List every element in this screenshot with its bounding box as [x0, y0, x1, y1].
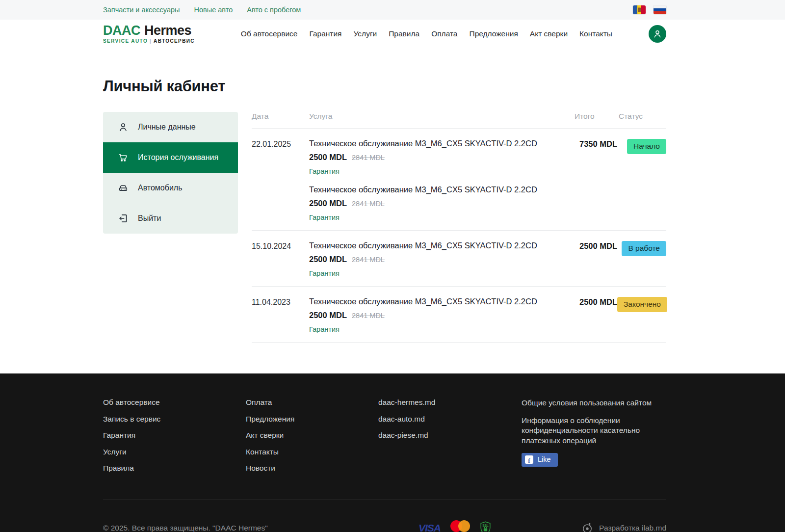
footer-column-2: Оплата Предложения Акт сверки Контакты Н… [246, 399, 378, 481]
service-price: 2500 MDL [309, 255, 347, 264]
topbar-link-parts[interactable]: Запчасти и аксессуары [103, 6, 180, 14]
footer-link-about[interactable]: Об автосервисе [103, 399, 160, 406]
order-date: 15.10.2024 [252, 241, 309, 251]
cart-icon [118, 152, 129, 163]
status-badge: В работе [622, 241, 666, 256]
service-name: Техническое обслуживание M3_M6_CX5 SKYAC… [309, 139, 568, 148]
logo-brand: DAAC [103, 23, 140, 38]
logo-tagline-separator: | [150, 38, 152, 44]
payment-methods: VISA mastercard SSL [419, 520, 491, 532]
service-price: 2500 MDL [309, 199, 347, 208]
table-header-row: Дата Услуга Итого Статус [252, 112, 666, 128]
visa-icon: VISA [419, 522, 441, 532]
footer-column-3: daac-hermes.md daac-auto.md daac-piese.m… [378, 399, 522, 481]
sidebar-item-logout[interactable]: Выйти [103, 203, 238, 234]
sidebar-item-personal-data[interactable]: Личные данные [103, 112, 238, 142]
nav-contacts[interactable]: Контакты [579, 29, 612, 38]
footer-link-terms[interactable]: Общие условия пользования сайтом [522, 399, 652, 408]
developer-label: Разработка ilab.md [599, 524, 666, 532]
logo-name: Hermes [144, 23, 191, 38]
footer-link-daac-piese[interactable]: daac-piese.md [378, 431, 428, 439]
footer-link-offers[interactable]: Предложения [246, 415, 294, 423]
nav-rules[interactable]: Правила [389, 29, 419, 38]
sidebar-item-car[interactable]: Автомобиль [103, 173, 238, 203]
logo-tagline-right: АВТОСЕРВИС [154, 38, 195, 44]
nav-services[interactable]: Услуги [354, 29, 377, 38]
table-row: 15.10.2024 Техническое обслуживание M3_M… [252, 230, 666, 286]
logo[interactable]: DAACHermes SERVICE AUTO|АВТОСЕРВИС [103, 24, 195, 44]
facebook-like-button[interactable]: f Like [522, 453, 558, 467]
mastercard-icon: mastercard [450, 520, 470, 532]
nav-payment[interactable]: Оплата [431, 29, 457, 38]
nav-warranty[interactable]: Гарантия [309, 29, 341, 38]
account-avatar-button[interactable] [649, 25, 666, 43]
service-old-price: 2841 MDL [352, 256, 385, 264]
topbar-links: Запчасти и аксессуары Новые авто Авто с … [103, 6, 301, 14]
footer-link-news[interactable]: Новости [246, 464, 275, 472]
copyright-text: © 2025. Все права защищены. "DAAC Hermes… [103, 524, 268, 532]
warranty-link[interactable]: Гарантия [309, 269, 340, 277]
footer-column-4: Общие условия пользования сайтом Информа… [522, 399, 666, 481]
service-history-table: Дата Услуга Итого Статус 22.01.2025 Техн… [252, 112, 666, 343]
service-item: Техническое обслуживание M3_M6_CX5 SKYAC… [309, 139, 568, 176]
service-name: Техническое обслуживание M3_M6_CX5 SKYAC… [309, 185, 568, 194]
warranty-link[interactable]: Гарантия [309, 325, 340, 333]
table-row: 22.01.2025 Техническое обслуживание M3_M… [252, 128, 666, 230]
footer: Об автосервисе Запись в сервис Гарантия … [0, 373, 785, 532]
table-row: 11.04.2023 Техническое обслуживание M3_M… [252, 286, 666, 343]
service-old-price: 2841 MDL [352, 200, 385, 208]
service-item: Техническое обслуживание M3_M6_CX5 SKYAC… [309, 297, 568, 334]
account-sidebar: Личные данные История ослуживания Автомо… [103, 112, 238, 234]
service-price: 2500 MDL [309, 311, 347, 320]
user-icon [118, 122, 129, 133]
topbar-link-new-cars[interactable]: Новые авто [194, 6, 233, 14]
footer-link-daac-hermes[interactable]: daac-hermes.md [378, 399, 435, 406]
user-icon [653, 29, 662, 39]
warranty-link[interactable]: Гарантия [309, 213, 340, 221]
footer-link-warranty[interactable]: Гарантия [103, 431, 135, 439]
warranty-link[interactable]: Гарантия [309, 167, 340, 175]
status-badge: Начало [627, 139, 666, 154]
footer-link-service-booking[interactable]: Запись в сервис [103, 415, 160, 423]
sidebar-item-label: История ослуживания [138, 153, 218, 162]
sidebar-item-service-history[interactable]: История ослуживания [103, 142, 238, 173]
col-header-service: Услуга [309, 112, 568, 121]
footer-link-services[interactable]: Услуги [103, 448, 127, 456]
language-switcher [633, 5, 666, 14]
logo-tagline-left: SERVICE AUTO [103, 38, 148, 44]
service-item: Техническое обслуживание M3_M6_CX5 SKYAC… [309, 241, 568, 278]
col-header-status: Статус [617, 112, 666, 121]
order-date: 11.04.2023 [252, 297, 309, 307]
footer-link-privacy[interactable]: Информация о соблюдении конфиденциальнос… [522, 416, 666, 446]
topbar: Запчасти и аксессуары Новые авто Авто с … [0, 0, 785, 20]
col-header-total: Итого [568, 112, 617, 121]
nav-about[interactable]: Об автосервисе [241, 29, 298, 38]
service-price: 2500 MDL [309, 153, 347, 162]
service-name: Техническое обслуживание M3_M6_CX5 SKYAC… [309, 241, 568, 250]
order-total: 2500 MDL [568, 241, 617, 251]
order-total: 2500 MDL [568, 297, 617, 307]
main-content: Личный кабинет Личные данные История осл… [0, 48, 785, 373]
order-total: 7350 MDL [568, 139, 617, 149]
developer-credit[interactable]: Разработка ilab.md [581, 522, 666, 532]
nav-offers[interactable]: Предложения [469, 29, 518, 38]
facebook-icon: f [525, 455, 533, 464]
footer-link-payment[interactable]: Оплата [246, 399, 272, 406]
nav-reconciliation[interactable]: Акт сверки [530, 29, 568, 38]
service-old-price: 2841 MDL [352, 154, 385, 161]
service-name: Техническое обслуживание M3_M6_CX5 SKYAC… [309, 297, 568, 306]
moldova-flag-icon[interactable] [633, 5, 646, 14]
col-header-date: Дата [252, 112, 309, 121]
main-nav: Об автосервисе Гарантия Услуги Правила О… [241, 29, 612, 38]
order-date: 22.01.2025 [252, 139, 309, 149]
page-title: Личный кабинет [103, 48, 666, 112]
ssl-shield-icon: SSL [480, 521, 491, 532]
footer-link-daac-auto[interactable]: daac-auto.md [378, 415, 425, 423]
russia-flag-icon[interactable] [654, 5, 666, 14]
like-label: Like [538, 455, 551, 463]
footer-link-reconciliation[interactable]: Акт сверки [246, 431, 284, 439]
topbar-link-used-cars[interactable]: Авто с пробегом [247, 6, 301, 14]
sidebar-item-label: Выйти [138, 214, 161, 223]
footer-link-contacts[interactable]: Контакты [246, 448, 279, 456]
footer-link-rules[interactable]: Правила [103, 464, 134, 472]
